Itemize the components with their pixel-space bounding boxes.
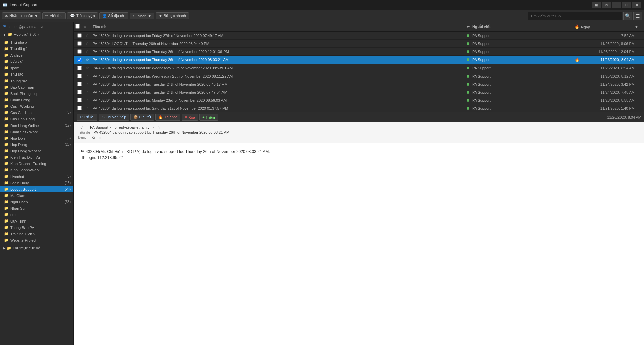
- row-check-9[interactable]: [75, 106, 83, 110]
- table-row[interactable]: ☆ PA-432804 da login vao support luc Mon…: [74, 96, 644, 104]
- table-row[interactable]: ☆ PA-432804 da login vao support luc Wed…: [74, 72, 644, 80]
- sidebar-item-cus-working[interactable]: 📁 Cus - Working: [0, 103, 73, 109]
- row-star-3[interactable]: ☆: [83, 58, 91, 62]
- sidebar-item-cus-gia-han[interactable]: 📁 Cus Gia Han (8): [0, 109, 73, 116]
- win-maximize-btn[interactable]: □: [622, 2, 631, 8]
- chat-btn[interactable]: 💬 Trò chuyện: [67, 12, 98, 19]
- sidebar-item-ma-giam[interactable]: 📁 Ma Giam: [0, 192, 73, 199]
- row-check-7[interactable]: [75, 90, 83, 94]
- sidebar-item-drafts[interactable]: 📁 Lưu trữ: [0, 58, 73, 65]
- delete-button[interactable]: ✕ Xóa: [182, 114, 198, 121]
- select-all-check[interactable]: [75, 24, 83, 29]
- sidebar-item-giam-sat-work[interactable]: 📁 Giam Sat - Work: [0, 129, 73, 135]
- sidebar-item-inbox[interactable]: 📁 Thư nhập: [0, 39, 73, 46]
- row-check-5[interactable]: [75, 74, 83, 78]
- row-star-7[interactable]: ☆: [83, 90, 91, 94]
- table-row[interactable]: ☆ PA-432804 LOGOUT at Thursday 26th of N…: [74, 40, 644, 48]
- row-date-6: 11/24/2020, 3:42 PM: [581, 82, 635, 86]
- row-check-8[interactable]: [75, 98, 83, 102]
- sidebar-item-kien-truc-dich-vu[interactable]: 📁 Kien Truc Dich Vu: [0, 154, 73, 160]
- folder-icon-hop-dong-website: 📁: [4, 149, 9, 153]
- row-star-1[interactable]: ☆: [83, 41, 91, 46]
- search-input[interactable]: [528, 12, 622, 20]
- compose-btn[interactable]: ✏ Viết thư: [42, 12, 66, 19]
- new-message-btn[interactable]: ✉ Nhận tin nhắn ▼: [2, 12, 41, 19]
- folder-icon-kinh-doanh-work: 📁: [4, 168, 9, 172]
- address-btn[interactable]: 👤 Sổ địa chỉ: [99, 12, 128, 19]
- sidebar-item-sent[interactable]: 📁 Thư đã gửi: [0, 46, 73, 52]
- sidebar-item-don-hang-online[interactable]: 📁 Don Hang Online (17): [0, 122, 73, 129]
- preview-timestamp: 11/26/2020, 8:04 AM: [607, 115, 641, 119]
- table-row[interactable]: ☆ PA-432804 da login vao support luc Thu…: [74, 56, 644, 64]
- row-check-0[interactable]: [75, 33, 83, 38]
- local-folders-header[interactable]: ▶ 📁 Thư mục cục bộ: [0, 245, 73, 252]
- folder-icon-cus-working: 📁: [4, 104, 9, 108]
- row-sender-7: PA Support: [472, 90, 573, 94]
- row-check-3[interactable]: [75, 58, 83, 62]
- forward-button[interactable]: ↪ Chuyển tiếp: [99, 114, 129, 121]
- table-row[interactable]: ☆ PA-432804 da login vao support luc Thu…: [74, 48, 644, 56]
- row-star-6[interactable]: ☆: [83, 82, 91, 86]
- tag-btn[interactable]: 🏷 Nhãn ▼: [130, 13, 154, 19]
- account-header[interactable]: ✉ chhieu@pavietnam.vn: [0, 22, 73, 31]
- menu-button[interactable]: ☰: [633, 12, 642, 20]
- sidebar-item-livechat[interactable]: 📁 Livechat (5): [0, 173, 73, 180]
- sidebar-item-note[interactable]: 📁 note: [0, 211, 73, 218]
- mailbox-group-header[interactable]: ▼ 📁 Hộp thư ( 50 ): [0, 31, 73, 38]
- sidebar-item-thung-rac[interactable]: 📁 Thùng rác: [0, 78, 73, 84]
- sidebar-item-logout-support[interactable]: 📁 Logout Support (20): [0, 186, 73, 192]
- win-close-btn[interactable]: ✕: [632, 2, 641, 8]
- row-star-4[interactable]: ☆: [83, 66, 91, 70]
- sidebar-item-book-phong-hop[interactable]: 📁 Book Phong Hop: [0, 90, 73, 97]
- table-row[interactable]: ☆ PA-432804 da login vao support luc Tue…: [74, 80, 644, 88]
- date-col-header: Ngày: [581, 25, 635, 29]
- sidebar-item-kinh-doanh-work[interactable]: 📁 Kinh Doanh-Work: [0, 167, 73, 173]
- junk-button[interactable]: 🔥 Thư rác: [155, 114, 180, 121]
- row-subject-3: PA-432804 da login vao support luc Thurs…: [91, 58, 464, 62]
- sidebar-item-login-daily[interactable]: 📁 Login Daily (15): [0, 180, 73, 186]
- row-check-4[interactable]: [75, 66, 83, 70]
- filter-btn[interactable]: ▼ Bộ lọc nhanh: [156, 12, 189, 19]
- sidebar-item-hop-dong-website[interactable]: 📁 Hop Dong Website: [0, 148, 73, 154]
- row-star-8[interactable]: ☆: [83, 98, 91, 102]
- win-restore-btn[interactable]: ⧉: [602, 2, 611, 8]
- table-row[interactable]: ☆ PA-432804 da login vao support luc Fri…: [74, 32, 644, 40]
- reply-button[interactable]: ↩ Trả lời: [77, 114, 97, 121]
- row-star-9[interactable]: ☆: [83, 106, 91, 110]
- sidebar-item-hop-dong[interactable]: 📁 Hop Dong (28): [0, 141, 73, 148]
- sidebar-item-thu-rac[interactable]: 📁 Thư rác: [0, 71, 73, 78]
- row-check-1[interactable]: [75, 41, 83, 46]
- sidebar-item-archive[interactable]: 📁 Archive: [0, 52, 73, 58]
- win-grid-btn[interactable]: ⊞: [592, 2, 601, 8]
- table-row[interactable]: ☆ PA-432804 da login vao support luc Wed…: [74, 64, 644, 72]
- to-star-icon[interactable]: ☆: [98, 135, 102, 140]
- select-all-checkbox[interactable]: [75, 24, 80, 29]
- from-star-icon[interactable]: ☆: [157, 125, 160, 130]
- sidebar-item-spam[interactable]: 📁 spam: [0, 65, 73, 71]
- add-button[interactable]: + Thêm: [199, 114, 218, 121]
- row-star-0[interactable]: ☆: [83, 33, 91, 38]
- table-row[interactable]: ☆ PA-432804 da login vao support luc Tue…: [74, 88, 644, 96]
- search-button[interactable]: 🔍: [623, 12, 632, 20]
- sidebar-item-thong-bao-pa[interactable]: 📁 Thong Bao PA: [0, 224, 73, 231]
- table-row[interactable]: ☆ PA-432804 da login vao support luc Sat…: [74, 104, 644, 112]
- archive-button[interactable]: 📦 Lưu trữ: [130, 114, 154, 121]
- row-check-6[interactable]: [75, 82, 83, 86]
- sidebar-item-kinh-doanh-training[interactable]: 📁 Kinh Doanh - Training: [0, 160, 73, 167]
- row-star-2[interactable]: ☆: [83, 49, 91, 54]
- sidebar-item-cus-hop-dong[interactable]: 📁 Cus Hop Dong: [0, 116, 73, 122]
- sidebar-item-nhan-su[interactable]: 📁 Nhan Su: [0, 205, 73, 211]
- row-star-5[interactable]: ☆: [83, 74, 91, 78]
- sidebar-item-training-dich-vu[interactable]: 📁 Training Dich Vu: [0, 231, 73, 237]
- sidebar-item-hoa-don[interactable]: 📁 Hoa Don (6): [0, 135, 73, 141]
- sidebar-item-cham-cong[interactable]: 📁 Cham Cong: [0, 97, 73, 103]
- sidebar-item-nghi-phep[interactable]: 📁 Nghi Phep (53): [0, 199, 73, 205]
- row-arrow-0: [464, 34, 472, 38]
- sidebar-item-bao-cao-tuan[interactable]: 📁 Bao Cao Tuan: [0, 84, 73, 90]
- sidebar-item-quy-trinh[interactable]: 📁 Quy Trinh: [0, 218, 73, 224]
- forward-icon: ↪: [102, 115, 105, 119]
- sidebar-item-website-project[interactable]: 📁 Website Project: [0, 237, 73, 243]
- status-dot-7: [467, 91, 469, 94]
- row-check-2[interactable]: [75, 49, 83, 54]
- win-minimize-btn[interactable]: ─: [612, 2, 621, 8]
